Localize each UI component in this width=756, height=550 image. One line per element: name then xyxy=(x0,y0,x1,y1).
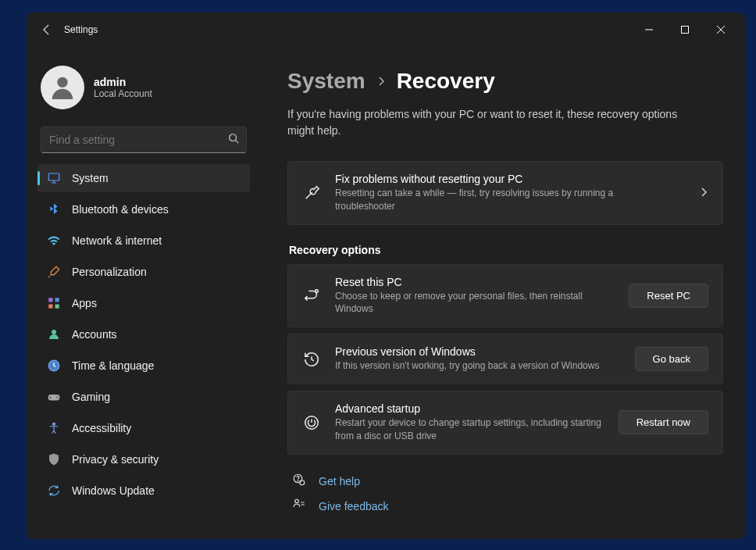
sidebar-item-label: Network & internet xyxy=(72,234,162,247)
sidebar-item-label: System xyxy=(72,172,109,184)
sidebar-item-apps[interactable]: Apps xyxy=(37,289,250,317)
svg-point-19 xyxy=(53,423,55,425)
sidebar-item-label: Windows Update xyxy=(72,484,155,497)
arrow-left-icon xyxy=(41,23,53,36)
sidebar-item-label: Privacy & security xyxy=(72,453,159,466)
svg-rect-10 xyxy=(48,298,52,302)
recovery-option-card: Reset this PCChoose to keep or remove yo… xyxy=(287,264,723,328)
maximize-icon xyxy=(681,26,689,34)
svg-point-4 xyxy=(57,77,67,88)
sidebar-item-windows-update[interactable]: Windows Update xyxy=(37,477,250,505)
close-button[interactable] xyxy=(703,17,739,42)
give-feedback-link[interactable]: Give feedback xyxy=(287,494,723,519)
reset-icon xyxy=(302,287,321,304)
svg-rect-1 xyxy=(682,27,689,34)
svg-point-5 xyxy=(230,134,237,141)
minimize-button[interactable] xyxy=(631,17,667,42)
maximize-button[interactable] xyxy=(667,17,703,42)
wifi-icon xyxy=(47,234,61,248)
chevron-right-icon xyxy=(699,186,708,200)
sidebar-item-personalization[interactable]: Personalization xyxy=(37,258,250,286)
breadcrumb: System Recovery xyxy=(287,69,723,94)
svg-point-23 xyxy=(298,480,298,481)
sidebar-item-label: Bluetooth & devices xyxy=(72,203,169,216)
brush-icon xyxy=(47,265,61,279)
svg-point-25 xyxy=(295,499,299,503)
profile[interactable]: admin Local Account xyxy=(34,58,253,123)
grid-icon xyxy=(47,296,61,310)
wrench-icon xyxy=(302,184,321,202)
footer-links: Get help Give feedback xyxy=(287,469,723,519)
power-icon xyxy=(302,414,321,431)
svg-point-14 xyxy=(52,330,56,334)
close-icon xyxy=(717,26,725,34)
sidebar-item-label: Time & language xyxy=(72,359,154,372)
option-desc: Restart your device to change startup se… xyxy=(335,416,604,443)
shield-icon xyxy=(47,452,61,466)
minimize-icon xyxy=(645,26,653,34)
nav-list: SystemBluetooth & devicesNetwork & inter… xyxy=(34,164,253,505)
give-feedback-label: Give feedback xyxy=(319,500,389,512)
chevron-right-icon xyxy=(376,73,386,90)
feedback-icon xyxy=(292,498,308,515)
fix-card-title: Fix problems without resetting your PC xyxy=(335,173,685,185)
get-help-label: Get help xyxy=(319,475,360,488)
back-button[interactable] xyxy=(33,16,61,44)
profile-name: admin xyxy=(94,76,152,88)
svg-point-17 xyxy=(56,396,58,398)
option-desc: If this version isn't working, try going… xyxy=(335,359,616,373)
intro-text: If you're having problems with your PC o… xyxy=(287,106,694,139)
sidebar-item-accounts[interactable]: Accounts xyxy=(37,320,250,348)
reset-pc-button[interactable]: Reset PC xyxy=(629,284,708,308)
sidebar: admin Local Account SystemBluetooth & de… xyxy=(27,47,261,539)
restart-now-button[interactable]: Restart now xyxy=(619,410,708,434)
page-title: Recovery xyxy=(397,69,495,94)
search-input[interactable] xyxy=(41,127,247,153)
recovery-option-card: Advanced startupRestart your device to c… xyxy=(287,391,723,455)
sidebar-item-label: Gaming xyxy=(72,391,110,403)
sidebar-item-time-language[interactable]: Time & language xyxy=(37,352,250,380)
settings-window: Settings admin Local Account xyxy=(27,12,745,539)
main-content: System Recovery If you're having problem… xyxy=(261,47,745,539)
get-help-link[interactable]: Get help xyxy=(287,469,723,494)
option-desc: Choose to keep or remove your personal f… xyxy=(335,290,615,316)
sidebar-item-network-internet[interactable]: Network & internet xyxy=(37,227,250,255)
svg-point-24 xyxy=(300,480,305,484)
svg-rect-12 xyxy=(48,305,52,309)
bluetooth-icon xyxy=(47,202,61,216)
recovery-option-card: Previous version of WindowsIf this versi… xyxy=(287,334,723,384)
avatar xyxy=(41,66,84,109)
app-title: Settings xyxy=(64,24,98,35)
sidebar-item-label: Accessibility xyxy=(72,422,131,434)
clock-icon xyxy=(47,359,61,373)
help-icon xyxy=(292,473,308,490)
section-header: Recovery options xyxy=(289,244,723,256)
svg-rect-7 xyxy=(48,173,59,180)
sidebar-item-privacy-security[interactable]: Privacy & security xyxy=(37,445,250,473)
monitor-icon xyxy=(47,171,61,185)
sidebar-item-label: Apps xyxy=(72,297,97,309)
titlebar: Settings xyxy=(27,12,745,47)
person-icon xyxy=(47,327,61,341)
search-icon xyxy=(228,133,239,147)
option-title: Previous version of Windows xyxy=(335,345,621,358)
person-icon xyxy=(47,72,78,103)
search-box xyxy=(41,127,247,153)
accessibility-icon xyxy=(47,421,61,435)
window-controls xyxy=(631,17,739,42)
svg-line-6 xyxy=(236,141,239,144)
go-back-button[interactable]: Go back xyxy=(635,347,708,371)
history-icon xyxy=(302,351,321,368)
fix-card-desc: Resetting can take a while — first, try … xyxy=(335,187,616,213)
sidebar-item-bluetooth-devices[interactable]: Bluetooth & devices xyxy=(37,195,250,223)
sidebar-item-gaming[interactable]: Gaming xyxy=(37,383,250,411)
update-icon xyxy=(47,484,61,498)
option-title: Reset this PC xyxy=(335,276,615,288)
sidebar-item-accessibility[interactable]: Accessibility xyxy=(37,414,250,442)
fix-problems-card[interactable]: Fix problems without resetting your PC R… xyxy=(287,161,723,225)
sidebar-item-label: Accounts xyxy=(72,328,117,341)
svg-point-20 xyxy=(316,290,319,293)
sidebar-item-system[interactable]: System xyxy=(37,164,250,192)
option-title: Advanced startup xyxy=(335,402,604,415)
breadcrumb-parent[interactable]: System xyxy=(287,69,366,94)
